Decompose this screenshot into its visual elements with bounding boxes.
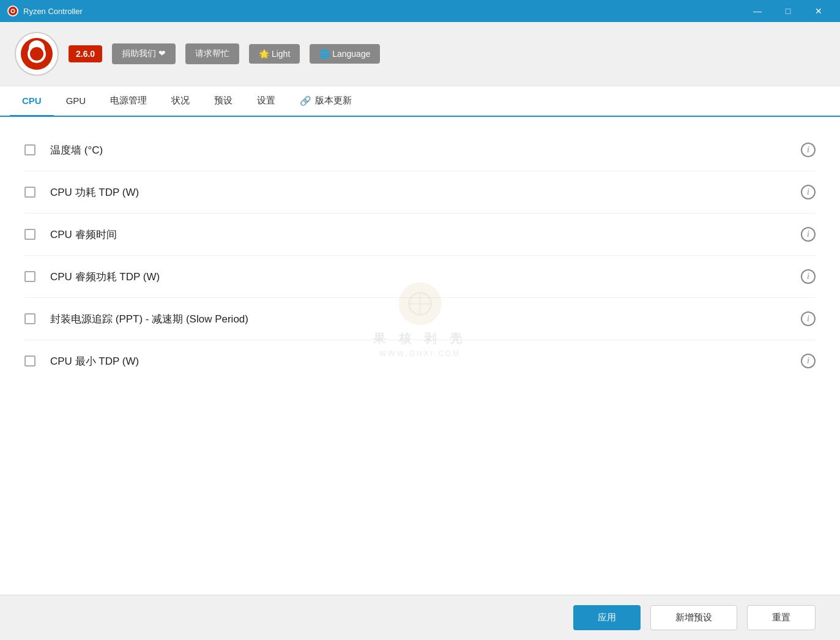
checkbox-temp[interactable] <box>24 144 35 155</box>
tab-bar: CPU GPU 电源管理 状况 预设 设置 🔗 版本更新 <box>0 86 840 117</box>
checkbox-ppt-slow[interactable] <box>24 313 35 324</box>
setting-row-cpu-tdp: CPU 功耗 TDP (W) i <box>24 171 816 214</box>
window-controls: — □ ✕ <box>743 0 833 22</box>
tab-preset[interactable]: 预设 <box>202 86 245 117</box>
maximize-button[interactable]: □ <box>774 0 802 22</box>
tab-cpu[interactable]: CPU <box>10 86 54 117</box>
app-title: Ryzen Controller <box>23 7 743 16</box>
reset-button[interactable]: 重置 <box>747 605 816 630</box>
checkbox-cpu-tdp[interactable] <box>24 187 35 198</box>
label-cpu-sleep: CPU 睿频时间 <box>50 228 801 242</box>
label-temp: 温度墙 (°C) <box>50 143 801 157</box>
minimize-button[interactable]: — <box>743 0 771 22</box>
checkbox-cpu-sleep-tdp[interactable] <box>24 271 35 282</box>
version-badge: 2.6.0 <box>69 45 102 62</box>
content-wrapper: 果 核 剥 壳 WWW.GHXI.COM 温度墙 (°C) i CPU 功耗 T… <box>24 129 816 382</box>
svg-point-4 <box>12 10 14 12</box>
language-button[interactable]: 🌐 Language <box>310 44 380 64</box>
tab-power[interactable]: 电源管理 <box>98 86 159 117</box>
help-button[interactable]: 请求帮忙 <box>185 43 239 64</box>
tab-gpu[interactable]: GPU <box>54 86 98 117</box>
setting-row-ppt-slow: 封装电源追踪 (PPT) - 减速期 (Slow Period) i <box>24 298 816 340</box>
checkbox-cpu-sleep[interactable] <box>24 229 35 240</box>
tab-settings[interactable]: 设置 <box>245 86 288 117</box>
apply-button[interactable]: 应用 <box>573 605 641 630</box>
light-mode-button[interactable]: 🌟 Light <box>249 44 300 64</box>
setting-row-cpu-sleep-tdp: CPU 睿频功耗 TDP (W) i <box>24 256 816 298</box>
donate-button[interactable]: 捐助我们 ❤ <box>112 43 176 64</box>
info-icon-temp[interactable]: i <box>801 143 816 157</box>
label-cpu-min-tdp: CPU 最小 TDP (W) <box>50 354 801 368</box>
info-icon-ppt-slow[interactable]: i <box>801 311 816 326</box>
setting-row-temp: 温度墙 (°C) i <box>24 129 816 171</box>
app-icon <box>7 6 18 17</box>
label-cpu-tdp: CPU 功耗 TDP (W) <box>50 185 801 199</box>
app-logo <box>15 32 59 76</box>
label-cpu-sleep-tdp: CPU 睿频功耗 TDP (W) <box>50 270 801 284</box>
checkbox-cpu-min-tdp[interactable] <box>24 355 35 367</box>
main-content: 果 核 剥 壳 WWW.GHXI.COM 温度墙 (°C) i CPU 功耗 T… <box>0 117 840 595</box>
info-icon-cpu-min-tdp[interactable]: i <box>801 354 816 368</box>
tab-status[interactable]: 状况 <box>159 86 202 117</box>
info-icon-cpu-sleep-tdp[interactable]: i <box>801 269 816 284</box>
setting-row-cpu-min-tdp: CPU 最小 TDP (W) i <box>24 340 816 382</box>
title-bar: Ryzen Controller — □ ✕ <box>0 0 840 22</box>
tab-update[interactable]: 🔗 版本更新 <box>288 86 364 117</box>
setting-row-cpu-sleep: CPU 睿频时间 i <box>24 214 816 256</box>
new-preset-button[interactable]: 新增预设 <box>650 605 737 630</box>
label-ppt-slow: 封装电源追踪 (PPT) - 减速期 (Slow Period) <box>50 312 801 326</box>
link-icon: 🔗 <box>300 95 311 106</box>
header: 2.6.0 捐助我们 ❤ 请求帮忙 🌟 Light 🌐 Language <box>0 22 840 86</box>
footer: 应用 新增预设 重置 <box>0 595 840 640</box>
info-icon-cpu-tdp[interactable]: i <box>801 185 816 199</box>
close-button[interactable]: ✕ <box>805 0 833 22</box>
info-icon-cpu-sleep[interactable]: i <box>801 227 816 242</box>
